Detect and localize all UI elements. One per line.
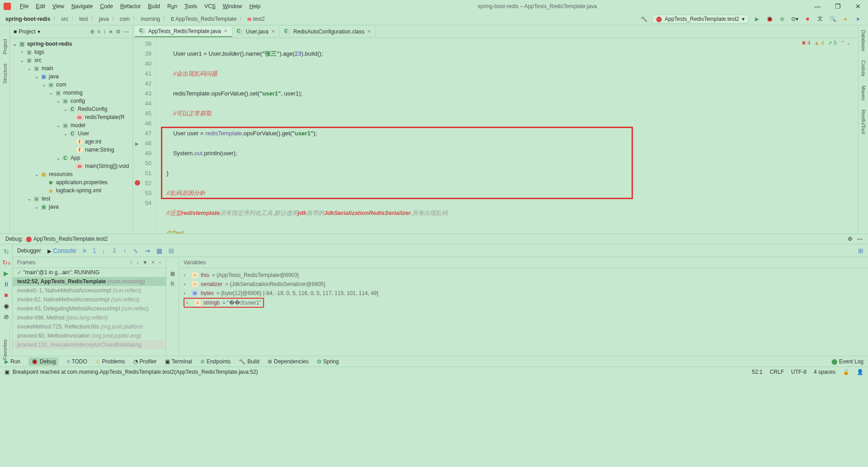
- coverage-icon[interactable]: ⊕: [778, 14, 787, 24]
- trace-icon[interactable]: ⊟: [169, 247, 174, 254]
- rerun-failed-icon[interactable]: ↻₉: [2, 259, 10, 266]
- menu-help[interactable]: Help: [245, 2, 264, 10]
- help-icon[interactable]: ●: [841, 14, 850, 24]
- menu-file[interactable]: File: [16, 2, 32, 10]
- code-content[interactable]: User user1 = User.builder().name("张三").a…: [156, 38, 858, 234]
- breadcrumb[interactable]: spring-boot-redis〉 src〉 test〉 java〉 com〉…: [5, 15, 265, 23]
- tab-debugger[interactable]: Debugger: [17, 248, 41, 254]
- step-out-icon[interactable]: ↑: [123, 247, 127, 254]
- menu-view[interactable]: View: [49, 2, 68, 10]
- close-button[interactable]: ✕: [852, 3, 864, 10]
- debug-config-name[interactable]: AppTests_RedisTemplate.test2: [33, 236, 108, 242]
- rail-project[interactable]: Project: [2, 39, 8, 54]
- variables-list[interactable]: ›≡this = {AppTests_RedisTemplate@6903} ›…: [179, 268, 868, 356]
- menu-edit[interactable]: Edit: [32, 2, 49, 10]
- search-icon[interactable]: 🔍: [828, 14, 837, 24]
- run-config-select[interactable]: ⬤AppTests_RedisTemplate.test2▾: [652, 14, 749, 24]
- encoding[interactable]: UTF-8: [791, 369, 807, 375]
- rail-database[interactable]: Database: [861, 30, 866, 51]
- line-ending[interactable]: CRLF: [770, 369, 784, 375]
- frame-item[interactable]: proceed:131, InvocationInterceptorChain$…: [13, 340, 166, 349]
- indent[interactable]: 4 spaces: [814, 369, 835, 375]
- close-icon[interactable]: ✕: [224, 29, 227, 33]
- run-to-cursor-icon[interactable]: ⇥: [145, 247, 150, 254]
- mute-icon[interactable]: ⊘: [4, 313, 9, 320]
- filter-icon[interactable]: ∗: [108, 29, 113, 35]
- translate-icon[interactable]: 文: [816, 14, 825, 24]
- maximize-button[interactable]: ❐: [831, 3, 844, 10]
- frame-thread[interactable]: "main"@1 in g...ain": RUNNING: [13, 268, 166, 277]
- step-into-icon[interactable]: ↓: [102, 247, 105, 254]
- gear-icon[interactable]: ⚙: [116, 29, 121, 35]
- status-indicator-icon[interactable]: ▣: [5, 369, 9, 375]
- attach-icon[interactable]: ⊙▾: [790, 14, 799, 24]
- menu-tools[interactable]: Tools: [181, 2, 201, 10]
- frame-item[interactable]: proceed:60, MethodInvocation (org.junit.…: [13, 331, 166, 340]
- debug-icon[interactable]: 🐞: [765, 14, 774, 24]
- tab-redisauto[interactable]: CRedisAutoConfiguration.class✕: [280, 27, 376, 37]
- minimize-button[interactable]: —: [811, 3, 824, 10]
- pause-icon[interactable]: ⏸: [3, 281, 9, 288]
- menu-refactor[interactable]: Refactor: [117, 2, 144, 10]
- caret-position[interactable]: 52:1: [752, 369, 762, 375]
- collapse-icon[interactable]: ⊕: [90, 29, 94, 35]
- frame-item[interactable]: invoke:62, NativeMethodAccessorImpl (sun…: [13, 295, 166, 304]
- rail-favorites[interactable]: Favorites: [2, 339, 8, 360]
- tool-spring[interactable]: ✿Spring: [317, 358, 339, 365]
- gutter[interactable]: 38 39 40 41 42 43 44 45 46 47 48 49 50 5…: [133, 38, 156, 234]
- tool-dependencies[interactable]: ⊜Dependencies: [268, 358, 309, 365]
- evaluate-icon[interactable]: ▦: [156, 247, 162, 254]
- rail-structure[interactable]: Structure: [2, 63, 8, 84]
- filter-icon[interactable]: ▼: [142, 259, 148, 266]
- editor-body[interactable]: ✖ 4 ▲ 4 ↗ 5 ⌃ ⌄ 38 39 40 41 42 43 44 45 …: [133, 38, 858, 234]
- frame-current[interactable]: test2:52, AppTests_RedisTemplate (com.mo…: [13, 277, 166, 286]
- close-icon[interactable]: ✕: [367, 29, 371, 34]
- hide-icon[interactable]: —: [123, 29, 129, 35]
- step-filters-icon[interactable]: ≡: [82, 247, 86, 254]
- tool-problems[interactable]: ⚠Problems: [95, 358, 125, 365]
- rerun-icon[interactable]: ↻: [4, 248, 9, 255]
- resume-icon[interactable]: ▶: [4, 270, 9, 277]
- force-into-icon[interactable]: ⇩: [112, 247, 117, 254]
- tool-endpoints[interactable]: ⊕Endpoints: [200, 358, 231, 365]
- tool-terminal[interactable]: ▣Terminal: [165, 358, 192, 365]
- sort-icon[interactable]: ↕: [103, 29, 106, 35]
- project-panel-title[interactable]: ■ Project ▾: [14, 29, 40, 35]
- copy-icon[interactable]: ⎘: [171, 281, 174, 287]
- frame-item[interactable]: invoke:43, DelegatingMethodAccessorImpl …: [13, 304, 166, 313]
- lock-icon[interactable]: 🔒: [843, 369, 849, 375]
- tool-profiler[interactable]: ◔Profiler: [133, 358, 157, 365]
- frame-item[interactable]: invoke:498, Method (java.lang.reflect): [13, 313, 166, 322]
- run-icon[interactable]: ▶: [752, 14, 761, 24]
- rail-maven[interactable]: Maven: [861, 86, 866, 100]
- restore-layout-icon[interactable]: ⊞: [170, 271, 175, 277]
- hammer-icon[interactable]: 🔨: [639, 14, 648, 24]
- menu-run[interactable]: Run: [164, 2, 181, 10]
- frame-item[interactable]: invoke0:-1, NativeMethodAccessorImpl (su…: [13, 286, 166, 295]
- tab-console[interactable]: ▶ Console: [47, 247, 76, 254]
- drop-frame-icon[interactable]: ⤣: [133, 247, 138, 254]
- tool-todo[interactable]: ≡TODO: [66, 358, 87, 365]
- menu-window[interactable]: Window: [219, 2, 246, 10]
- menu-vcs[interactable]: VCS: [201, 2, 219, 10]
- inspector-icon[interactable]: 👤: [857, 369, 863, 375]
- var-item-highlighted[interactable]: ›≡stringb = "��򾀅t򾀅user1": [184, 298, 264, 308]
- next-frame-icon[interactable]: ↓: [136, 259, 139, 266]
- menu-build[interactable]: Build: [144, 2, 164, 10]
- rail-codota[interactable]: Codota: [861, 60, 866, 76]
- breakpoints-icon[interactable]: ◉: [4, 302, 9, 310]
- var-item[interactable]: ›⊟bytes = {byte[12]@6906} [-84, -19, 0, …: [184, 289, 863, 298]
- expand-icon[interactable]: ≡: [97, 29, 100, 35]
- frames-list[interactable]: "main"@1 in g...ain": RUNNING test2:52, …: [13, 268, 166, 356]
- prev-frame-icon[interactable]: ↑: [130, 259, 132, 266]
- gear-icon[interactable]: ⚙: [848, 236, 853, 242]
- hide-debug-icon[interactable]: —: [857, 236, 863, 242]
- remove-icon[interactable]: −: [158, 259, 161, 266]
- rail-restful[interactable]: RestfulTool: [861, 110, 866, 134]
- stop-icon[interactable]: ■: [4, 291, 8, 299]
- close-icon[interactable]: ✕: [271, 29, 275, 34]
- menu-navigate[interactable]: Navigate: [68, 2, 96, 10]
- step-over-icon[interactable]: ⤵: [93, 247, 96, 254]
- add-icon[interactable]: +: [151, 259, 155, 266]
- tool-debug[interactable]: 🐞Debug: [28, 357, 58, 366]
